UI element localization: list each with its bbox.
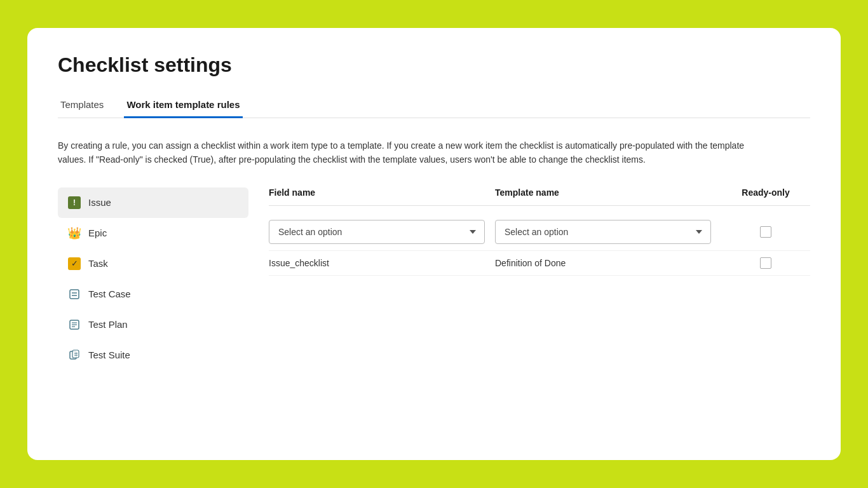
table-data-row: Issue_checklist Definition of Done <box>269 251 810 276</box>
ready-only-checkbox-cell-select <box>721 226 810 238</box>
epic-icon: 👑 <box>68 227 81 240</box>
field-name-cell: Issue_checklist <box>269 258 495 268</box>
test-suite-icon <box>68 349 81 362</box>
sidebar-item-label: Issue <box>88 197 111 208</box>
template-name-select[interactable]: Select an option <box>495 220 711 244</box>
sidebar-item-label: Test Case <box>88 288 131 299</box>
task-icon: ✓ <box>68 257 81 270</box>
sidebar-item-label: Task <box>88 258 108 269</box>
template-name-cell: Definition of Done <box>495 258 721 268</box>
sidebar-item-label: Test Plan <box>88 319 128 330</box>
column-header-template-name: Template name <box>495 187 721 198</box>
sidebar-item-task[interactable]: ✓ Task <box>58 248 248 279</box>
table-select-row: Select an option Select an option <box>269 214 810 251</box>
content-area: ! Issue 👑 Epic ✓ Task <box>58 187 810 370</box>
page-title: Checklist settings <box>58 53 810 77</box>
test-plan-icon <box>68 318 81 331</box>
svg-rect-0 <box>70 290 79 299</box>
sidebar-item-test-plan[interactable]: Test Plan <box>58 309 248 340</box>
tab-bar: Templates Work item template rules <box>58 92 810 118</box>
sidebar-item-test-suite[interactable]: Test Suite <box>58 340 248 370</box>
table-header: Field name Template name Ready-only <box>269 187 810 206</box>
ready-only-checkbox[interactable] <box>760 257 771 269</box>
description-text: By creating a rule, you can assign a che… <box>58 139 757 167</box>
svg-rect-8 <box>72 350 79 358</box>
sidebar-item-label: Test Suite <box>88 349 130 360</box>
field-name-select-wrapper: Select an option <box>269 220 485 244</box>
tab-work-item-template-rules[interactable]: Work item template rules <box>124 93 242 118</box>
column-header-ready-only: Ready-only <box>721 187 810 198</box>
sidebar-item-epic[interactable]: 👑 Epic <box>58 218 248 248</box>
column-header-field-name: Field name <box>269 187 495 198</box>
sidebar-item-label: Epic <box>88 227 107 238</box>
field-name-select[interactable]: Select an option <box>269 220 485 244</box>
sidebar-item-test-case[interactable]: Test Case <box>58 279 248 309</box>
main-card: Checklist settings Templates Work item t… <box>27 28 841 460</box>
sidebar-item-issue[interactable]: ! Issue <box>58 187 248 218</box>
main-content: Field name Template name Ready-only Sele… <box>248 187 810 370</box>
tab-templates[interactable]: Templates <box>58 93 106 118</box>
ready-only-checkbox-cell <box>721 257 810 269</box>
sidebar: ! Issue 👑 Epic ✓ Task <box>58 187 248 370</box>
ready-only-checkbox-select[interactable] <box>760 226 771 238</box>
template-name-select-wrapper: Select an option <box>495 220 711 244</box>
test-case-icon <box>68 288 81 301</box>
issue-icon: ! <box>68 196 81 209</box>
